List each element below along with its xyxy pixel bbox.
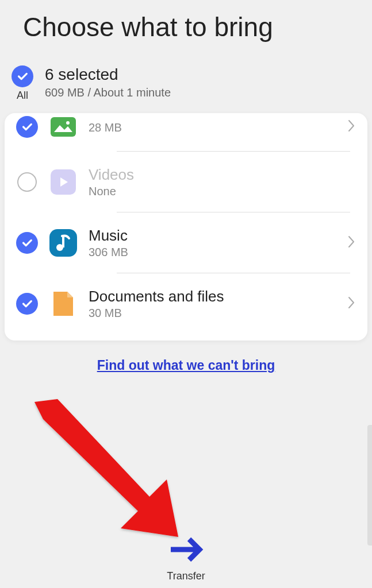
check-circle-icon <box>11 65 33 87</box>
chevron-right-icon <box>347 295 356 312</box>
list-item-images[interactable]: 28 MB <box>5 113 367 151</box>
scrollbar[interactable] <box>367 425 372 546</box>
chevron-right-icon <box>347 234 356 252</box>
music-icon <box>49 229 77 257</box>
summary-text: 6 selected 609 MB / About 1 minute <box>45 65 171 99</box>
document-icon <box>49 290 77 318</box>
transfer-button-area: Transfer <box>0 533 372 582</box>
annotation-arrow <box>17 396 207 557</box>
check-circle-icon <box>16 116 38 138</box>
item-title: Music <box>89 227 335 245</box>
item-subtitle: None <box>89 185 356 198</box>
page-header: Choose what to bring <box>0 0 372 60</box>
item-subtitle: 28 MB <box>89 121 335 134</box>
transfer-button[interactable]: Transfer <box>166 533 206 582</box>
select-all-checkbox[interactable]: All <box>11 65 33 102</box>
summary-row: All 6 selected 609 MB / About 1 minute <box>0 60 372 113</box>
video-icon <box>49 168 77 196</box>
circle-outline-icon <box>17 172 37 192</box>
page-title: Choose what to bring <box>23 11 349 42</box>
list-item-music[interactable]: Music 306 MB <box>5 212 367 273</box>
item-text: Documents and files 30 MB <box>89 288 335 320</box>
item-text: Videos None <box>89 166 356 198</box>
images-icon <box>49 113 77 141</box>
check-circle-icon <box>16 232 38 254</box>
size-time-estimate: 609 MB / About 1 minute <box>45 86 171 99</box>
list-item-videos[interactable]: Videos None <box>5 152 367 212</box>
selected-count: 6 selected <box>45 65 171 84</box>
content-list-card: 28 MB Videos None Music 306 M <box>5 113 367 341</box>
checkbox-videos[interactable] <box>16 172 38 192</box>
svg-point-1 <box>66 121 70 125</box>
item-text: 28 MB <box>89 120 335 134</box>
check-circle-icon <box>16 293 38 315</box>
svg-rect-0 <box>51 117 76 137</box>
item-subtitle: 306 MB <box>89 246 335 259</box>
checkbox-music[interactable] <box>16 232 38 254</box>
item-title: Videos <box>89 166 356 184</box>
chevron-right-icon <box>347 118 356 136</box>
checkbox-images[interactable] <box>16 116 38 138</box>
item-subtitle: 30 MB <box>89 307 335 320</box>
svg-rect-5 <box>62 236 64 247</box>
item-text: Music 306 MB <box>89 227 335 259</box>
checkbox-documents[interactable] <box>16 293 38 315</box>
info-link-wrap: Find out what we can't bring <box>0 341 372 385</box>
arrow-right-icon <box>166 533 206 566</box>
cant-bring-link[interactable]: Find out what we can't bring <box>97 358 275 373</box>
select-all-label: All <box>17 90 28 102</box>
list-item-documents[interactable]: Documents and files 30 MB <box>5 273 367 334</box>
transfer-label: Transfer <box>167 570 205 582</box>
item-title: Documents and files <box>89 288 335 305</box>
